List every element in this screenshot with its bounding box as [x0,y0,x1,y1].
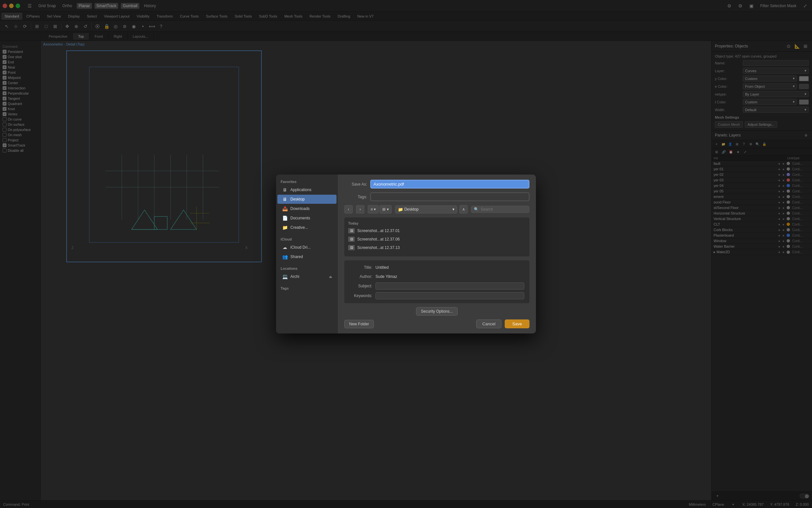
dialog-footer: New Folder Cancel Save [344,320,529,328]
location-folder-icon: 📁 [398,207,403,212]
shared-icon: 👥 [282,254,288,260]
sidebar-icloud-drive[interactable]: ☁ iCloud Dri... [277,243,336,252]
sidebar-downloads[interactable]: 📥 Downloads [277,204,336,213]
sidebar-archi[interactable]: 💻 Archi ⏏ [277,272,336,281]
file-name: Screenshot...at 12.37.13 [357,245,400,250]
icloud-drive-label: iCloud Dri... [290,245,311,250]
meta-author-row: Author: Sude Yilmaz [349,273,524,280]
location-label: Desktop [404,207,419,212]
dialog-main: Save As: Tags: ‹ › ≡ ▾ ⊞ ▾ 📁 De [338,174,536,334]
save-dialog: Favorites 🖥 Applications 🖥 Desktop 📥 Dow… [276,174,536,334]
meta-keywords-input[interactable] [376,292,524,299]
meta-keywords-label: Keywords: [349,294,372,298]
documents-icon: 📄 [282,215,288,221]
file-icon: 🖼 [348,237,355,242]
security-row: Security Options... [344,307,529,315]
favorites-section: Favorites 🖥 Applications 🖥 Desktop 📥 Dow… [276,178,338,232]
save-as-label: Save As: [344,182,367,186]
meta-title-row: Title: Untitled [349,264,524,271]
meta-author-value: Sude Yilmaz [376,273,524,280]
file-item[interactable]: 🖼 Screenshot...at 12.37.06 [344,235,529,244]
meta-title-label: Title: [349,265,372,270]
security-options-btn[interactable]: Security Options... [416,307,458,315]
meta-subject-input[interactable] [376,283,524,290]
save-dialog-overlay: Favorites 🖥 Applications 🖥 Desktop 📥 Dow… [0,0,812,508]
file-item[interactable]: 🖼 Screenshot...at 12.37.13 [344,244,529,252]
shared-label: Shared [290,254,303,259]
meta-author-label: Author: [349,274,372,279]
back-btn[interactable]: ‹ [344,205,353,214]
archi-icon: 💻 [282,274,288,280]
save-btn[interactable]: Save [505,320,529,328]
sidebar-documents[interactable]: 📄 Documents [277,214,336,223]
sidebar-creative[interactable]: 📁 Creative... [277,223,336,232]
icloud-header: iCloud [276,236,338,243]
sidebar-shared[interactable]: 👥 Shared [277,252,336,261]
tags-row: Tags: [344,193,529,201]
dialog-toolbar-row: ‹ › ≡ ▾ ⊞ ▾ 📁 Desktop ▾ ∧ 🔍 [344,205,529,214]
icloud-icon: ☁ [282,244,288,250]
tags-label: Tags: [344,195,367,199]
location-dropdown[interactable]: 📁 Desktop ▾ [395,205,457,214]
file-item[interactable]: 🖼 Screenshot...at 12.37.01 [344,226,529,235]
locations-section: Locations 💻 Archi ⏏ [276,265,338,281]
file-name: Screenshot...at 12.37.06 [357,237,400,242]
new-folder-btn[interactable]: New Folder [344,320,374,328]
meta-keywords-row: Keywords: [349,292,524,299]
applications-icon: 🖥 [282,187,288,193]
metadata-section: Title: Untitled Author: Sude Yilmaz Subj… [344,260,529,303]
sidebar-desktop[interactable]: 🖥 Desktop [277,195,336,204]
expand-dialog-btn[interactable]: ∧ [459,205,468,214]
file-list: Today 🖼 Screenshot...at 12.37.01 🖼 Scree… [344,217,529,256]
file-icon: 🖼 [348,228,355,234]
search-container: 🔍 [471,206,529,213]
downloads-icon: 📥 [282,206,288,212]
meta-subject-label: Subject: [349,284,372,288]
forward-btn[interactable]: › [356,205,365,214]
applications-label: Applications [290,187,312,192]
footer-right: Cancel Save [476,320,529,328]
search-input[interactable] [481,207,520,212]
favorites-header: Favorites [276,178,338,185]
locations-header: Locations [276,265,338,272]
today-header: Today [344,220,529,226]
tags-section: Tags [276,285,338,292]
view-grid-btn[interactable]: ⊞ ▾ [379,205,391,214]
location-selector: 📁 Desktop ▾ ∧ [395,205,468,214]
save-as-row: Save As: [344,180,529,188]
meta-title-value: Untitled [376,264,524,271]
creative-icon: 📁 [282,224,288,230]
archi-label: Archi [290,274,299,279]
cancel-btn[interactable]: Cancel [476,320,501,328]
desktop-icon: 🖥 [282,196,288,202]
tags-input[interactable] [370,193,529,201]
dialog-sidebar: Favorites 🖥 Applications 🖥 Desktop 📥 Dow… [276,174,338,334]
filename-input[interactable] [370,180,529,188]
desktop-label: Desktop [290,197,305,202]
file-icon: 🖼 [348,245,355,250]
file-name: Screenshot...at 12.37.01 [357,228,400,233]
tags-header: Tags [276,285,338,292]
downloads-label: Downloads [290,206,309,211]
icloud-section: iCloud ☁ iCloud Dri... 👥 Shared [276,236,338,261]
search-icon: 🔍 [474,207,479,212]
location-chevron-icon: ▾ [452,207,455,212]
creative-label: Creative... [290,225,308,230]
view-list-btn[interactable]: ≡ ▾ [368,205,379,214]
sidebar-applications[interactable]: 🖥 Applications [277,185,336,194]
meta-subject-row: Subject: [349,283,524,290]
documents-label: Documents [290,216,310,220]
archi-eject-btn[interactable]: ⏏ [329,275,332,279]
